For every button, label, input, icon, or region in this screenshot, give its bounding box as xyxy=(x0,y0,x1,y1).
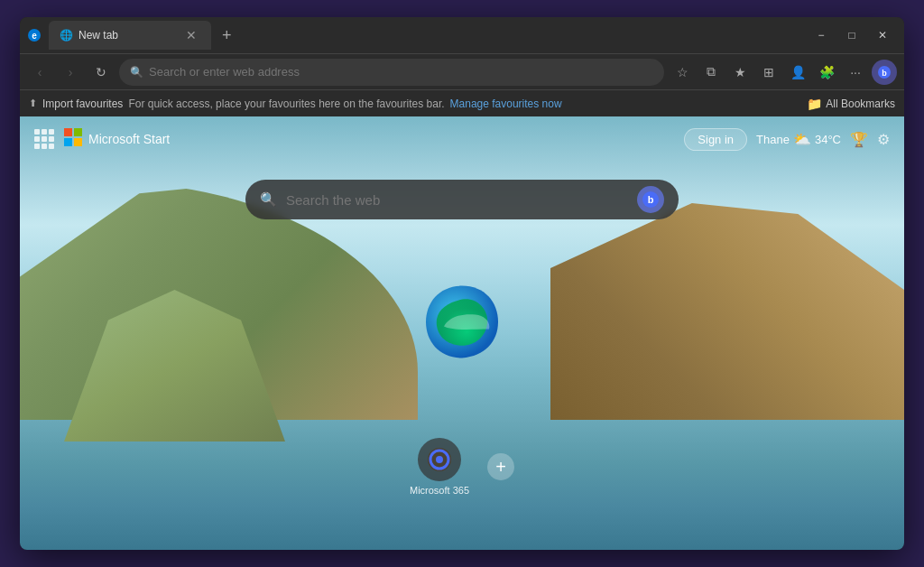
address-input[interactable] xyxy=(149,65,653,79)
search-bar[interactable]: 🔍 b xyxy=(245,180,679,219)
location-label: Thane xyxy=(756,133,790,146)
svg-text:e: e xyxy=(32,31,37,41)
weather-icon: ⛅ xyxy=(793,131,811,148)
new-tab-button[interactable]: + xyxy=(215,23,239,49)
address-bar[interactable]: 🔍 xyxy=(119,59,664,86)
profile-icon[interactable]: 👤 xyxy=(785,60,810,85)
import-icon: ⬆ xyxy=(29,98,37,109)
collections-icon[interactable]: ⊞ xyxy=(756,60,781,85)
add-shortcut-button[interactable]: + xyxy=(487,453,514,480)
extensions-icon[interactable]: 🧩 xyxy=(814,60,839,85)
maximize-button[interactable]: □ xyxy=(837,24,866,46)
weather-widget[interactable]: Thane ⛅ 34°C xyxy=(756,131,841,148)
trophy-icon[interactable]: 🏆 xyxy=(850,131,868,148)
manage-favorites-link[interactable]: Manage favourites now xyxy=(450,98,562,110)
split-screen-icon[interactable]: ⧉ xyxy=(698,60,724,85)
settings-icon[interactable]: ⚙ xyxy=(877,131,890,148)
address-search-icon: 🔍 xyxy=(130,66,143,79)
copilot-button[interactable]: b xyxy=(872,60,897,85)
favorites-bar-message: For quick access, place your favourites … xyxy=(128,98,444,110)
tab-close-button[interactable]: ✕ xyxy=(182,26,200,44)
microsoft-start-logo[interactable]: Microsoft Start xyxy=(63,127,170,152)
svg-rect-4 xyxy=(64,128,72,136)
svg-text:b: b xyxy=(648,194,654,205)
svg-rect-5 xyxy=(74,128,82,136)
edge-logo xyxy=(417,277,507,367)
svg-rect-6 xyxy=(64,138,72,146)
tab-title: New tab xyxy=(79,29,177,42)
microsoft-365-shortcut[interactable]: Microsoft 365 xyxy=(410,438,469,496)
favorites-icon[interactable]: ★ xyxy=(727,60,753,85)
edge-icon: e xyxy=(27,28,42,42)
temperature-label: 34°C xyxy=(815,133,841,146)
edge-logo-container xyxy=(417,277,507,371)
more-options-icon[interactable]: ··· xyxy=(843,60,868,85)
svg-rect-7 xyxy=(74,138,82,146)
forward-button[interactable]: › xyxy=(58,60,83,85)
apps-grid-icon[interactable] xyxy=(34,129,54,149)
search-icon: 🔍 xyxy=(260,191,277,208)
ms-start-label: Microsoft Start xyxy=(88,132,170,146)
active-tab[interactable]: 🌐 New tab ✕ xyxy=(49,21,211,50)
refresh-button[interactable]: ↻ xyxy=(88,60,114,85)
back-button[interactable]: ‹ xyxy=(27,60,52,85)
close-button[interactable]: ✕ xyxy=(868,24,897,46)
new-tab-topbar: Microsoft Start Sign in Thane ⛅ 34°C 🏆 ⚙ xyxy=(20,116,904,162)
bing-button[interactable]: b xyxy=(637,186,664,213)
microsoft-365-label: Microsoft 365 xyxy=(410,485,469,496)
bookmark-folder-icon: 📁 xyxy=(807,97,822,111)
new-tab-page: Microsoft Start Sign in Thane ⛅ 34°C 🏆 ⚙… xyxy=(20,116,904,550)
minimize-button[interactable]: − xyxy=(807,24,836,46)
tab-favicon: 🌐 xyxy=(60,29,73,42)
tab-group: 🌐 New tab ✕ + xyxy=(49,21,803,50)
all-bookmarks-label[interactable]: All Bookmarks xyxy=(826,98,895,110)
favorites-bar-left: ⬆ Import favourites For quick access, pl… xyxy=(29,98,562,110)
ms-logo-icon xyxy=(63,127,83,152)
add-to-favorites-icon[interactable]: ☆ xyxy=(670,60,695,85)
hill-right xyxy=(550,203,904,420)
topbar-right: Sign in Thane ⛅ 34°C 🏆 ⚙ xyxy=(684,128,890,151)
favorites-bar: ⬆ Import favourites For quick access, pl… xyxy=(20,89,904,116)
microsoft-365-icon xyxy=(418,438,461,481)
search-input[interactable] xyxy=(286,192,628,208)
search-container: 🔍 b xyxy=(245,180,679,219)
svg-text:b: b xyxy=(882,69,887,78)
navigation-bar: ‹ › ↻ 🔍 ☆ ⧉ ★ ⊞ 👤 🧩 ··· b xyxy=(20,53,904,89)
browser-window: e 🌐 New tab ✕ + − □ ✕ ‹ › ↻ 🔍 ☆ ⧉ ★ xyxy=(20,17,904,550)
import-label[interactable]: Import favourites xyxy=(42,98,123,110)
window-controls: − □ ✕ xyxy=(807,24,897,46)
quick-links: Microsoft 365 + xyxy=(410,438,514,496)
sign-in-button[interactable]: Sign in xyxy=(684,128,747,151)
nav-icons: ☆ ⧉ ★ ⊞ 👤 🧩 ··· b xyxy=(670,60,897,85)
title-bar: e 🌐 New tab ✕ + − □ ✕ xyxy=(20,17,904,53)
favorites-bar-right: 📁 All Bookmarks xyxy=(807,97,895,111)
svg-point-12 xyxy=(436,456,443,463)
